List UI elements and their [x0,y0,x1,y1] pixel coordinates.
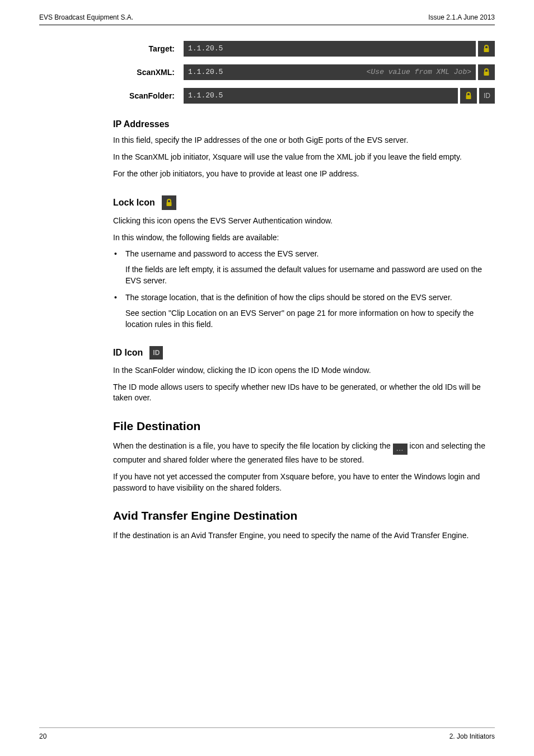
lock-icon [483,45,490,53]
filedest-p1: When the destination is a file, you have… [113,441,495,465]
lock-p1: Clicking this icon opens the EVS Server … [113,216,495,227]
id-icon-badge: ID [149,346,163,360]
header-divider [39,25,495,25]
lock-bullet-1: The username and password to access the … [113,249,495,260]
lock-p2: In this window, the following fields are… [113,232,495,244]
page-header: EVS Broadcast Equipment S.A. Issue 2.1.A… [39,13,495,25]
lock-icon-badge [162,195,176,210]
lock-icon-heading: Lock Icon [113,195,495,210]
lock-icon [166,199,172,207]
scanxml-lock-button[interactable] [478,64,495,80]
svg-rect-3 [166,202,171,206]
scanxml-row: ScanXML: 1.1.20.5 <Use value from XML Jo… [113,64,495,80]
footer-section: 2. Job Initiators [449,732,495,740]
browse-icon[interactable]: ... [393,444,407,455]
target-spacer [279,41,476,57]
page-number: 20 [39,732,46,740]
file-destination-heading: File Destination [113,419,495,433]
lock-bullets-2: The storage location, that is the defini… [113,292,495,304]
scanxml-label: ScanXML: [113,68,175,77]
lock-icon [465,92,472,100]
lock-bullet-2-sub: See section "Clip Location on an EVS Ser… [125,308,495,330]
ip-p2: In the ScanXML job initiator, Xsquare wi… [113,152,495,163]
target-lock-button[interactable] [478,41,495,57]
avid-heading: Avid Transfer Engine Destination [113,509,495,522]
scanxml-xmljob-input[interactable]: <Use value from XML Job> [279,64,476,80]
id-icon-heading-text: ID Icon [113,348,143,358]
header-right: Issue 2.1.A June 2013 [428,13,495,21]
scanfolder-label: ScanFolder: [113,91,175,100]
lock-bullet-1-sub: If the fields are left empty, it is assu… [125,264,495,287]
lock-bullets: The username and password to access the … [113,249,495,260]
page-footer: 20 2. Job Initiators [39,727,495,740]
id-icon-heading: ID Icon ID [113,346,495,360]
target-label: Target: [113,44,175,53]
lock-icon [483,68,490,76]
ip-p1: In this field, specify the IP addresses … [113,135,495,146]
ip-addresses-heading: IP Addresses [113,119,495,129]
scanfolder-address-input[interactable]: 1.1.20.5 [184,88,279,104]
lock-icon-heading-text: Lock Icon [113,198,155,208]
scanfolder-lock-button[interactable] [460,88,477,104]
ip-p3: For the other job initiators, you have t… [113,169,495,180]
scanxml-address-input[interactable]: 1.1.20.5 [184,64,279,80]
svg-rect-0 [484,48,489,52]
scanfolder-row: ScanFolder: 1.1.20.5 ID [113,88,495,104]
scanfolder-spacer [279,88,458,104]
avid-p1: If the destination is an Avid Transfer E… [113,530,495,542]
svg-rect-2 [466,95,471,99]
target-address-input[interactable]: 1.1.20.5 [184,41,279,57]
target-row: Target: 1.1.20.5 [113,41,495,57]
filedest-p2: If you have not yet accessed the compute… [113,472,495,494]
header-left: EVS Broadcast Equipment S.A. [39,13,133,21]
filedest-p1a: When the destination is a file, you have… [113,441,393,450]
id-p1: In the ScanFolder window, clicking the I… [113,365,495,376]
scanfolder-id-button[interactable]: ID [479,88,495,104]
lock-bullet-2: The storage location, that is the defini… [113,292,495,304]
svg-rect-1 [484,72,489,76]
id-p2: The ID mode allows users to specify whet… [113,382,495,404]
